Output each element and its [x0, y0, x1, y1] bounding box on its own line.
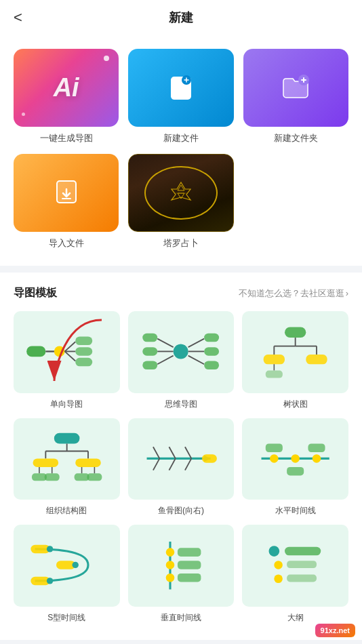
- svg-line-23: [64, 352, 75, 361]
- svg-point-89: [166, 561, 175, 569]
- template-item-timeline-h[interactable]: 水平时间线: [242, 418, 348, 517]
- svg-rect-99: [287, 575, 317, 582]
- svg-point-75: [270, 454, 279, 463]
- new-folder-item[interactable]: 新建文件夹: [243, 49, 348, 144]
- svg-point-85: [72, 562, 78, 568]
- ai-label: Ai: [54, 73, 79, 102]
- svg-rect-80: [308, 443, 325, 452]
- quick-grid-row1: Ai 一键生成导图: [14, 49, 348, 144]
- section-divider: [0, 266, 362, 273]
- quick-grid-row2: 导入文件 ☽ ☾ 塔罗占卜: [14, 154, 348, 249]
- template-label-outline: 大纲: [287, 612, 304, 624]
- template-link-arrow-icon: ›: [346, 288, 348, 298]
- svg-rect-37: [204, 334, 219, 342]
- template-label-mindmap: 思维导图: [165, 399, 197, 410]
- svg-line-71: [169, 458, 176, 470]
- template-card-timeline-v[interactable]: [128, 525, 235, 607]
- svg-rect-79: [287, 467, 304, 476]
- svg-rect-56: [75, 458, 101, 467]
- tarot-item[interactable]: ☽ ☾ 塔罗占卜: [128, 154, 233, 249]
- svg-line-30: [158, 356, 174, 365]
- svg-point-98: [274, 575, 283, 584]
- template-card-fishbone[interactable]: [128, 418, 235, 500]
- new-file-label: 新建文件: [163, 132, 199, 144]
- svg-point-88: [166, 548, 175, 557]
- template-item-org[interactable]: 组织结构图: [14, 418, 120, 517]
- sparkle-icon: [104, 56, 109, 61]
- svg-rect-78: [266, 443, 283, 452]
- ai-generate-card[interactable]: Ai: [14, 49, 119, 127]
- empty-slot: [243, 154, 348, 249]
- template-header: 导图模板 不知道怎么选？去社区逛逛 ›: [14, 286, 348, 300]
- svg-rect-38: [204, 347, 219, 356]
- new-file-item[interactable]: 新建文件: [128, 49, 233, 144]
- template-card-unidirectional[interactable]: [14, 311, 120, 393]
- svg-rect-73: [202, 454, 217, 463]
- template-link-text: 不知道怎么选？去社区逛逛: [239, 287, 344, 300]
- svg-point-27: [174, 344, 188, 359]
- svg-rect-64: [87, 473, 102, 481]
- template-section: 导图模板 不知道怎么选？去社区逛逛 ›: [0, 273, 362, 640]
- new-folder-card[interactable]: [243, 49, 348, 127]
- svg-rect-50: [54, 432, 80, 443]
- template-item-tree[interactable]: 树状图: [242, 311, 348, 410]
- back-button[interactable]: <: [14, 9, 22, 26]
- svg-rect-46: [264, 355, 285, 364]
- template-label-timeline-v: 垂直时间线: [161, 612, 201, 624]
- import-file-item[interactable]: 导入文件: [14, 154, 119, 249]
- svg-rect-33: [143, 361, 158, 370]
- svg-rect-62: [44, 473, 59, 481]
- template-card-s-timeline[interactable]: [14, 525, 120, 607]
- svg-rect-24: [75, 337, 92, 346]
- template-card-org[interactable]: [14, 418, 120, 500]
- template-card-mindmap[interactable]: [128, 311, 235, 393]
- svg-point-84: [47, 546, 53, 552]
- svg-line-34: [188, 339, 204, 348]
- svg-rect-31: [143, 334, 158, 342]
- template-card-outline[interactable]: [242, 525, 348, 607]
- svg-line-70: [153, 458, 159, 470]
- svg-rect-95: [285, 547, 321, 556]
- template-community-link[interactable]: 不知道怎么选？去社区逛逛 ›: [239, 287, 348, 300]
- template-item-outline[interactable]: 大纲: [242, 525, 348, 624]
- svg-rect-91: [178, 548, 201, 557]
- new-file-card[interactable]: [128, 49, 233, 127]
- svg-point-76: [291, 454, 300, 463]
- import-icon: [52, 177, 81, 209]
- svg-point-96: [274, 561, 283, 569]
- svg-line-67: [153, 447, 159, 458]
- tarot-card[interactable]: ☽ ☾: [128, 154, 233, 232]
- svg-point-86: [47, 578, 53, 584]
- template-item-s-timeline[interactable]: S型时间线: [14, 525, 120, 624]
- new-folder-label: 新建文件夹: [274, 132, 318, 144]
- svg-rect-93: [178, 573, 201, 582]
- svg-line-69: [185, 447, 191, 458]
- template-label-timeline-h: 水平时间线: [275, 505, 316, 517]
- svg-point-90: [166, 573, 175, 582]
- svg-rect-63: [74, 473, 89, 481]
- svg-line-21: [64, 342, 75, 351]
- import-file-label: 导入文件: [49, 237, 84, 249]
- template-label-s-timeline: S型时间线: [47, 612, 85, 624]
- svg-rect-40: [285, 327, 306, 338]
- ai-generate-item[interactable]: Ai 一键生成导图: [14, 49, 119, 144]
- import-file-card[interactable]: [14, 154, 119, 232]
- sparkle-icon-2: [22, 113, 25, 116]
- template-item-mindmap[interactable]: 思维导图: [128, 311, 235, 410]
- svg-point-20: [54, 346, 65, 357]
- svg-line-68: [169, 447, 176, 458]
- template-item-unidirectional[interactable]: 单向导图: [14, 311, 120, 410]
- svg-line-72: [185, 458, 191, 470]
- template-card-timeline-h[interactable]: [242, 418, 348, 500]
- template-label-org: 组织结构图: [46, 505, 87, 517]
- svg-rect-18: [26, 346, 45, 357]
- svg-rect-49: [266, 371, 283, 378]
- page-title: 新建: [169, 9, 193, 26]
- watermark: 91xz.net: [315, 624, 355, 637]
- svg-point-94: [268, 546, 279, 557]
- svg-line-28: [158, 339, 174, 348]
- template-card-tree[interactable]: [242, 311, 348, 393]
- template-item-fishbone[interactable]: 鱼骨图(向右): [128, 418, 235, 517]
- svg-rect-97: [287, 561, 317, 568]
- template-item-timeline-v[interactable]: 垂直时间线: [128, 525, 235, 624]
